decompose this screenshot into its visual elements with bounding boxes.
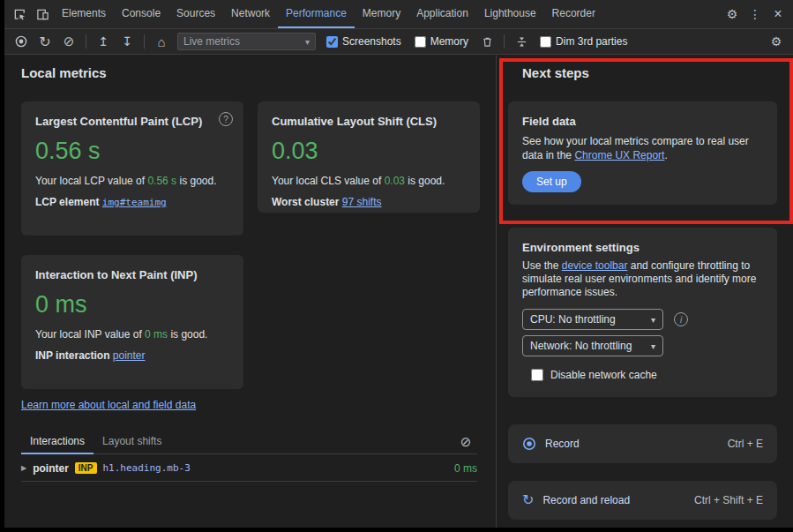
lcp-desc-suffix: is good. xyxy=(176,175,216,187)
cls-desc-value: 0.03 xyxy=(385,175,405,187)
chevron-down-icon: ▾ xyxy=(305,37,310,47)
lcp-desc-prefix: Your local LCP value of xyxy=(35,175,147,187)
record-shortcut: Ctrl + E xyxy=(728,438,763,450)
cls-worst-cluster-link[interactable]: 97 shifts xyxy=(342,196,382,208)
tab-lighthouse[interactable]: Lighthouse xyxy=(476,0,544,28)
screenshots-checkbox-label: Screenshots xyxy=(342,35,401,48)
toolbar-separator xyxy=(144,34,145,49)
tab-elements[interactable]: Elements xyxy=(54,0,114,28)
field-data-card: Field data See how your local metrics co… xyxy=(508,101,777,205)
tab-application[interactable]: Application xyxy=(408,0,476,28)
load-profile-icon[interactable]: ↥ xyxy=(92,30,115,53)
tab-network[interactable]: Network xyxy=(223,0,278,28)
field-data-desc-suffix: . xyxy=(664,149,667,161)
vertical-collapse-icon[interactable] xyxy=(510,30,533,53)
inp-desc-value: 0 ms xyxy=(145,328,168,341)
record-action[interactable]: Record Ctrl + E xyxy=(508,424,777,463)
set-up-button[interactable]: Set up xyxy=(522,171,581,192)
cpu-throttling-select[interactable]: CPU: No throttling ▾ xyxy=(522,309,663,330)
lcp-element-row: LCP element img#teamimg xyxy=(35,196,229,208)
profile-select[interactable]: Live metrics ▾ xyxy=(177,33,316,50)
log-tabbar: Interactions Layout shifts ⊘ xyxy=(21,431,477,454)
record-and-reload-action[interactable]: ↻ Record and reload Ctrl + Shift + E xyxy=(508,481,777,520)
tab-interactions[interactable]: Interactions xyxy=(21,431,94,454)
info-icon[interactable]: i xyxy=(674,312,688,326)
memory-checkbox[interactable]: Memory xyxy=(415,35,468,48)
tab-sources[interactable]: Sources xyxy=(168,0,223,28)
field-data-description: See how your local metrics compare to re… xyxy=(522,134,763,162)
interaction-duration: 0 ms xyxy=(454,462,477,475)
record-action-label: Record xyxy=(545,438,580,450)
inp-interaction-row: INP interaction pointer xyxy=(35,349,229,362)
tab-recorder[interactable]: Recorder xyxy=(544,0,603,28)
more-options-icon[interactable]: ⋮ xyxy=(744,3,767,26)
clear-icon[interactable]: ⊘ xyxy=(57,30,80,53)
disable-network-cache-checkbox[interactable]: Disable network cache xyxy=(531,369,763,381)
dim-3rd-parties-checkbox[interactable]: Dim 3rd parties xyxy=(540,35,627,48)
cls-desc-suffix: is good. xyxy=(405,175,445,187)
device-toolbar-icon[interactable] xyxy=(31,3,54,26)
disable-network-cache-label: Disable network cache xyxy=(550,369,657,381)
field-data-title: Field data xyxy=(522,114,763,129)
inspect-icon[interactable] xyxy=(8,3,31,26)
record-and-reload-icon[interactable]: ↻ xyxy=(34,30,56,53)
cls-card-title: Cumulative Layout Shift (CLS) xyxy=(272,114,466,129)
cls-card: Cumulative Layout Shift (CLS) 0.03 Your … xyxy=(258,101,480,213)
inp-interaction-link[interactable]: pointer xyxy=(113,349,146,362)
tab-performance[interactable]: Performance xyxy=(278,0,355,28)
network-throttling-value: Network: No throttling xyxy=(530,340,632,352)
capture-settings-gear-icon[interactable]: ⚙ xyxy=(765,30,788,53)
device-toolbar-link[interactable]: device toolbar xyxy=(562,259,628,272)
close-icon[interactable]: × xyxy=(767,3,789,26)
cls-worst-cluster-row: Worst cluster 97 shifts xyxy=(272,196,466,208)
lcp-card-title: Largest Contentful Paint (LCP) xyxy=(35,114,229,129)
interaction-name: pointer xyxy=(33,462,69,475)
tab-console[interactable]: Console xyxy=(114,0,168,28)
interaction-row[interactable]: ▶ pointer INP h1.heading.mb-3 0 ms xyxy=(21,455,477,482)
record-and-reload-shortcut: Ctrl + Shift + E xyxy=(694,494,763,506)
lcp-description: Your local LCP value of 0.56 s is good. xyxy=(35,174,229,188)
crux-report-link[interactable]: Chrome UX Report xyxy=(574,149,664,161)
env-desc-prefix: Use the xyxy=(522,259,562,272)
interaction-element[interactable]: h1.heading.mb-3 xyxy=(103,462,191,474)
save-profile-icon[interactable]: ↧ xyxy=(116,30,138,53)
toolbar-separator xyxy=(504,34,505,49)
lcp-element-label: LCP element xyxy=(35,196,99,208)
inp-desc-suffix: is good. xyxy=(168,328,207,341)
expand-triangle-icon[interactable]: ▶ xyxy=(21,464,26,472)
lcp-element-link[interactable]: img#teamimg xyxy=(102,197,167,208)
network-throttling-select[interactable]: Network: No throttling ▾ xyxy=(522,335,663,356)
chevron-down-icon: ▾ xyxy=(651,341,655,351)
devtools-window: Elements Console Sources Network Perform… xyxy=(0,0,793,532)
environment-settings-title: Environment settings xyxy=(522,240,763,255)
dim-3rd-parties-checkbox-input[interactable] xyxy=(540,36,551,48)
reload-blue-icon: ↻ xyxy=(522,493,534,507)
tabbar-controls: ⚙ ⋮ × xyxy=(721,3,789,26)
inp-card-title: Interaction to Next Paint (INP) xyxy=(35,267,229,282)
chevron-down-icon: ▾ xyxy=(651,315,655,325)
tab-memory[interactable]: Memory xyxy=(355,0,408,28)
live-metrics-home-icon[interactable]: ⌂ xyxy=(150,30,173,53)
learn-more-link[interactable]: Learn more about local and field data xyxy=(21,399,196,411)
tab-layout-shifts[interactable]: Layout shifts xyxy=(94,431,170,454)
screenshots-checkbox[interactable]: Screenshots xyxy=(326,35,401,48)
panel-divider xyxy=(496,55,497,528)
collect-garbage-icon[interactable] xyxy=(475,30,498,53)
inp-interaction-label: INP interaction xyxy=(35,349,109,362)
cls-value: 0.03 xyxy=(272,138,466,165)
cls-worst-cluster-label: Worst cluster xyxy=(272,196,339,208)
disable-network-cache-input[interactable] xyxy=(531,369,543,381)
screenshots-checkbox-input[interactable] xyxy=(326,36,338,48)
record-and-reload-action-label: Record and reload xyxy=(542,494,630,506)
next-steps-heading: Next steps xyxy=(522,65,589,80)
local-metrics-heading: Local metrics xyxy=(21,65,107,80)
lcp-card: Largest Contentful Paint (LCP) ? 0.56 s … xyxy=(21,101,243,236)
help-icon[interactable]: ? xyxy=(219,112,233,126)
settings-gear-icon[interactable]: ⚙ xyxy=(721,3,744,26)
lcp-desc-value: 0.56 s xyxy=(147,175,176,187)
cls-description: Your local CLS value of 0.03 is good. xyxy=(272,174,466,188)
record-icon[interactable] xyxy=(10,30,33,53)
dim-3rd-parties-checkbox-label: Dim 3rd parties xyxy=(556,35,627,48)
memory-checkbox-input[interactable] xyxy=(415,36,426,48)
clear-log-icon[interactable]: ⊘ xyxy=(454,431,477,453)
